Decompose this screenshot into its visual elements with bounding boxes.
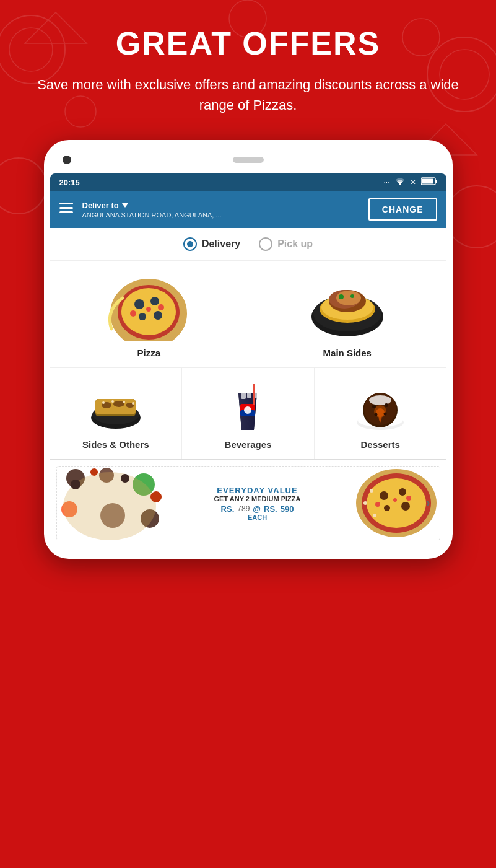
banner-currency: RS. bbox=[221, 504, 235, 514]
pizza-svg bbox=[105, 273, 192, 341]
svg-point-28 bbox=[146, 307, 151, 312]
phone-speaker bbox=[233, 157, 264, 163]
deliver-address: ANGULANA STATION ROAD, ANGULANA, ... bbox=[82, 211, 359, 219]
header-section: GREAT OFFERS Save more with exclusive of… bbox=[0, 0, 496, 134]
pickup-option[interactable]: Pick up bbox=[259, 237, 313, 251]
svg-point-87 bbox=[399, 488, 406, 496]
banner-inner: EVERYDAY VALUE GET ANY 2 MEDIUM PIZZA RS… bbox=[56, 466, 440, 540]
pizza-image bbox=[105, 273, 192, 341]
svg-point-52 bbox=[132, 402, 134, 405]
svg-point-56 bbox=[244, 406, 251, 414]
pickup-label: Pick up bbox=[277, 239, 313, 250]
sides-others-label: Sides & Others bbox=[82, 439, 149, 450]
svg-point-88 bbox=[384, 505, 390, 511]
banner-rs2: RS. bbox=[264, 504, 277, 514]
svg-rect-16 bbox=[59, 207, 73, 209]
banner-new-price: 590 bbox=[281, 504, 294, 514]
svg-point-26 bbox=[130, 310, 136, 317]
svg-point-90 bbox=[375, 502, 380, 507]
svg-point-65 bbox=[369, 395, 391, 405]
phone-screen: 20:15 ··· ✕ bbox=[50, 173, 446, 546]
sides-others-image bbox=[88, 380, 144, 433]
main-title: GREAT OFFERS bbox=[37, 25, 459, 62]
app-bar: Deliver to ANGULANA STATION ROAD, ANGULA… bbox=[50, 191, 446, 228]
delivery-options: Delivery Pick up bbox=[50, 228, 446, 261]
menu-item-main-sides[interactable]: Main Sides bbox=[248, 261, 446, 367]
sides-svg bbox=[88, 380, 144, 433]
svg-point-41 bbox=[350, 294, 354, 298]
hamburger-menu-icon[interactable] bbox=[59, 203, 73, 216]
svg-point-11 bbox=[399, 183, 400, 185]
delivery-label: Delivery bbox=[202, 239, 240, 250]
menu-grid-bottom: Sides & Others bbox=[50, 368, 446, 460]
x-icon: ✕ bbox=[410, 178, 416, 186]
change-button[interactable]: CHANGE bbox=[368, 198, 437, 221]
phone-top-bar bbox=[50, 152, 446, 173]
svg-point-70 bbox=[375, 413, 378, 416]
promo-banner[interactable]: EVERYDAY VALUE GET ANY 2 MEDIUM PIZZA RS… bbox=[50, 460, 446, 546]
svg-point-23 bbox=[150, 297, 159, 305]
pickup-radio[interactable] bbox=[259, 237, 272, 251]
pizza-label: Pizza bbox=[137, 348, 160, 358]
svg-point-24 bbox=[139, 313, 146, 320]
svg-rect-58 bbox=[247, 390, 251, 398]
svg-point-80 bbox=[90, 468, 98, 476]
svg-point-69 bbox=[385, 403, 388, 407]
svg-point-86 bbox=[380, 491, 388, 500]
battery-icon bbox=[421, 177, 437, 187]
main-sides-label: Main Sides bbox=[323, 348, 372, 358]
svg-point-27 bbox=[158, 304, 164, 310]
delivery-option[interactable]: Delivery bbox=[183, 237, 240, 251]
svg-point-50 bbox=[111, 400, 114, 403]
svg-point-92 bbox=[393, 498, 397, 502]
svg-point-91 bbox=[406, 496, 411, 501]
svg-point-49 bbox=[102, 401, 105, 404]
svg-point-68 bbox=[372, 405, 376, 408]
banner-per: EACH bbox=[168, 514, 347, 521]
svg-rect-15 bbox=[59, 203, 73, 204]
svg-point-81 bbox=[121, 474, 129, 483]
banner-old-price: 789 bbox=[237, 504, 250, 513]
svg-point-94 bbox=[363, 501, 367, 505]
svg-point-71 bbox=[384, 413, 387, 416]
dropdown-icon bbox=[122, 203, 128, 208]
banner-everyday: EVERYDAY VALUE bbox=[168, 486, 347, 495]
desserts-image bbox=[352, 380, 408, 433]
banner-description: GET ANY 2 MEDIUM PIZZA bbox=[168, 495, 347, 502]
svg-point-89 bbox=[401, 502, 410, 511]
banner-pizza-left-svg bbox=[57, 466, 162, 540]
wifi-icon bbox=[395, 178, 405, 187]
main-content: GREAT OFFERS Save more with exclusive of… bbox=[0, 0, 496, 559]
svg-point-22 bbox=[134, 299, 144, 309]
beverages-svg bbox=[220, 380, 276, 433]
menu-item-beverages[interactable]: Beverages bbox=[182, 368, 314, 459]
svg-point-25 bbox=[154, 311, 162, 320]
svg-point-82 bbox=[150, 491, 162, 502]
beverages-label: Beverages bbox=[225, 439, 272, 450]
main-sides-svg bbox=[304, 273, 391, 341]
beverages-image bbox=[220, 380, 276, 433]
svg-point-85 bbox=[367, 478, 426, 528]
svg-point-93 bbox=[370, 489, 373, 493]
svg-point-95 bbox=[373, 514, 376, 517]
main-sides-image bbox=[304, 273, 391, 341]
menu-item-pizza[interactable]: Pizza bbox=[50, 261, 248, 367]
banner-left-pizza bbox=[57, 466, 162, 540]
menu-item-sides-others[interactable]: Sides & Others bbox=[50, 368, 182, 459]
svg-rect-13 bbox=[422, 179, 433, 184]
banner-price-line: RS. 789 @ RS. 590 bbox=[168, 504, 347, 514]
svg-rect-14 bbox=[435, 180, 437, 183]
svg-rect-57 bbox=[241, 392, 246, 399]
desserts-svg bbox=[352, 380, 408, 433]
banner-arrow-icon[interactable]: › bbox=[425, 495, 430, 511]
desserts-label: Desserts bbox=[360, 439, 399, 450]
delivery-radio[interactable] bbox=[183, 237, 197, 251]
deliver-info: Deliver to ANGULANA STATION ROAD, ANGULA… bbox=[82, 201, 359, 219]
menu-item-desserts[interactable]: Desserts bbox=[315, 368, 446, 459]
banner-text: EVERYDAY VALUE GET ANY 2 MEDIUM PIZZA RS… bbox=[162, 486, 353, 521]
menu-grid-top: Pizza bbox=[50, 261, 446, 368]
banner-at: @ bbox=[253, 504, 261, 514]
svg-point-40 bbox=[339, 294, 344, 299]
phone-mockup: 20:15 ··· ✕ bbox=[44, 140, 453, 559]
svg-rect-60 bbox=[253, 384, 255, 405]
